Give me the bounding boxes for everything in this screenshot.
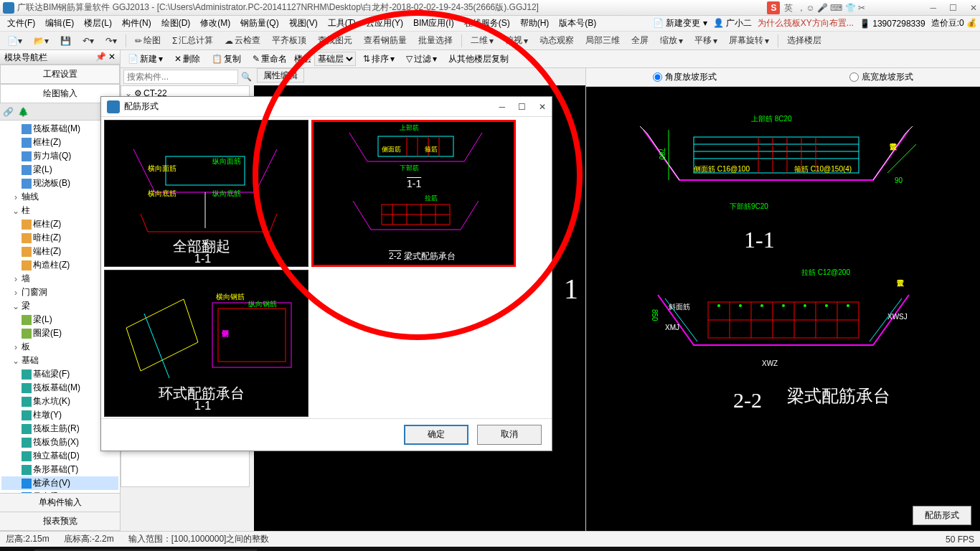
style-thumb-2[interactable]: 上部筋 侧面筋 箍筋 下部筋 1-1 拉筋 2-2 梁式配筋承台 [311, 120, 516, 267]
tree-icon[interactable]: 🌲 [18, 107, 29, 117]
save-icon[interactable]: 💾 [56, 34, 75, 47]
delete-button[interactable]: ✕ 删除 [170, 52, 204, 67]
radio-angle-slope[interactable]: 角度放坡形式 [653, 71, 717, 83]
new-component-button[interactable]: 📄 新建▾ [123, 52, 167, 67]
menu-tool[interactable]: 工具(T) [324, 16, 360, 31]
svg-point-24 [825, 304, 828, 307]
copy-button[interactable]: 📋 复制 [207, 52, 245, 67]
taskbar-app-5[interactable]: e [429, 547, 463, 551]
search-icon[interactable]: 🔍 [241, 72, 252, 82]
align-top-button[interactable]: 平齐板顶 [268, 33, 311, 48]
radio-width-slope[interactable]: 底宽放坡形式 [849, 71, 913, 83]
menu-bar: 文件(F) 编辑(E) 楼层(L) 构件(N) 绘图(D) 修改(M) 钢筋量(… [0, 16, 980, 32]
tab-single-input[interactable]: 单构件输入 [0, 494, 120, 512]
link-icon[interactable]: 🔗 [3, 107, 14, 117]
windows-taskbar: ⊞ ○ 在这里输入你要搜索的内容 ⧉ 📁 🌐 e 🦁 e e 🏪 🔵 💬 🟦 📝… [0, 547, 980, 551]
ime-icons[interactable]: ，☺ 🎤 ⌨ 👕 ✂ [797, 2, 865, 14]
taskbar-app-7[interactable]: 🏪 [498, 547, 532, 551]
taskbar-app-11[interactable]: 📝 [636, 547, 670, 551]
open-file-icon[interactable]: 📂▾ [29, 34, 53, 47]
top-view-button[interactable]: 俯视▾ [501, 33, 532, 48]
taskbar-app-8[interactable]: 🔵 [532, 547, 567, 551]
dim-90: 90 [895, 176, 903, 184]
pan-button[interactable]: 平移▾ [690, 33, 722, 48]
task-view-icon[interactable]: ⧉ [257, 547, 291, 551]
minimize-icon[interactable]: ─ [930, 3, 936, 13]
menu-draw[interactable]: 绘图(D) [157, 16, 195, 31]
zoom-button[interactable]: 缩放▾ [656, 33, 687, 48]
view-rebar-button[interactable]: 查看钢筋量 [359, 33, 411, 48]
2d-button[interactable]: 二维▾ [466, 33, 498, 48]
taskbar-app-1[interactable]: 📁 [291, 547, 326, 551]
rename-button[interactable]: ✎ 重命名 [248, 52, 291, 67]
menu-bim[interactable]: BIM应用(I) [409, 16, 458, 31]
menu-floor[interactable]: 楼层(L) [80, 16, 116, 31]
menu-help[interactable]: 帮助(H) [516, 16, 554, 31]
style-thumb-1[interactable]: 横向面筋 纵向面筋 横向底筋 纵向底筋 全部翻起 1-1 [104, 120, 308, 267]
taskbar-app-4[interactable]: 🦁 [395, 547, 429, 551]
new-file-icon[interactable]: 📄▾ [3, 34, 27, 47]
taskbar-app-2[interactable]: 🌐 [326, 547, 360, 551]
sogou-icon[interactable]: S [767, 1, 780, 14]
coin-label: 造价豆:0 💰 [931, 17, 977, 29]
config-style-button[interactable]: 配筋形式 [913, 506, 971, 525]
rotate-button[interactable]: 屏幕旋转▾ [725, 33, 773, 48]
select-floor-button[interactable]: 选择楼层 [783, 33, 826, 48]
menu-online[interactable]: 在线服务(S) [460, 16, 514, 31]
slope-rebar-label: 斜面筋 [669, 302, 690, 312]
maximize-icon[interactable]: ☐ [949, 3, 957, 13]
dialog-close-icon[interactable]: ✕ [539, 102, 546, 112]
tab-report-preview[interactable]: 报表预览 [0, 512, 120, 531]
menu-view[interactable]: 视图(V) [285, 16, 322, 31]
tree-item[interactable]: 桩承台(V) [1, 476, 118, 490]
svg-rect-43 [212, 303, 291, 367]
dialog-maximize-icon[interactable]: ☐ [518, 102, 526, 112]
menu-file[interactable]: 文件(F) [3, 16, 39, 31]
search-input[interactable] [123, 70, 238, 84]
undo-icon[interactable]: ↶▾ [78, 34, 98, 47]
menu-component[interactable]: 构件(N) [118, 16, 156, 31]
menu-version[interactable]: 版本号(B) [555, 16, 600, 31]
sum-button[interactable]: Σ 汇总计算 [168, 33, 217, 48]
menu-edit[interactable]: 编辑(E) [41, 16, 78, 31]
taskbar-app-10[interactable]: 🟦 [601, 547, 636, 551]
filter-button[interactable]: ▽ 过滤▾ [402, 52, 441, 67]
menu-modify[interactable]: 修改(M) [196, 16, 235, 31]
dialog-minimize-icon[interactable]: ─ [499, 102, 505, 112]
property-edit-button[interactable]: 属性编辑 [257, 68, 304, 83]
find-button[interactable]: 查找图元 [314, 33, 357, 48]
new-change-button[interactable]: 📄 新建变更 ▾ [653, 17, 707, 29]
orbit-button[interactable]: 动态观察 [535, 33, 578, 48]
style-thumb-3[interactable]: 横向钢筋 纵向钢筋 侧面钢筋 环式配筋承台 1-1 [104, 270, 308, 417]
center-toolbar: 📄 新建▾ ✕ 删除 📋 复制 ✎ 重命名 楼层 基础层 ⇅ 排序▾ ▽ 过滤▾… [121, 50, 980, 68]
sort-button[interactable]: ⇅ 排序▾ [359, 52, 399, 67]
cancel-button[interactable]: 取消 [477, 425, 542, 445]
batch-select-button[interactable]: 批量选择 [414, 33, 457, 48]
user-label[interactable]: 👤 广小二 [713, 17, 752, 29]
floor-select[interactable]: 基础层 [314, 52, 356, 66]
ad-link[interactable]: 为什么筏板XY方向布置... [758, 17, 854, 29]
section-2-2-label: 2-2 [733, 388, 762, 413]
cloud-check-button[interactable]: ☁ 云检查 [220, 33, 265, 48]
local-3d-button[interactable]: 局部三维 [581, 33, 624, 48]
ime-lang[interactable]: 英 [784, 2, 793, 14]
copy-from-floor-button[interactable]: 从其他楼层复制 [444, 52, 513, 67]
draw-button[interactable]: ✏ 绘图 [131, 33, 165, 48]
dialog-icon [107, 100, 120, 113]
taskbar-app-3[interactable]: e [360, 547, 395, 551]
ok-button[interactable]: 确定 [404, 425, 468, 445]
redo-icon[interactable]: ↷▾ [101, 34, 121, 47]
tree-item[interactable]: 条形基础(T) [1, 463, 118, 476]
start-button[interactable]: ⊞ [0, 547, 34, 551]
svg-line-42 [144, 314, 169, 378]
fullscreen-button[interactable]: 全屏 [627, 33, 653, 48]
tab-project-settings[interactable]: 工程设置 [0, 65, 120, 84]
taskbar-app-6[interactable]: e [463, 547, 498, 551]
close-icon[interactable]: ✕ [970, 3, 977, 13]
pin-icon[interactable]: 📌 ✕ [95, 52, 116, 62]
taskbar-app-9[interactable]: 💬 [567, 547, 601, 551]
bottom-rebar-label: 下部筋9C20 [730, 202, 768, 212]
beam-cap-title: 梁式配筋承台 [787, 385, 890, 408]
menu-rebar[interactable]: 钢筋量(Q) [236, 16, 283, 31]
menu-cloud[interactable]: 云应用(Y) [362, 16, 407, 31]
